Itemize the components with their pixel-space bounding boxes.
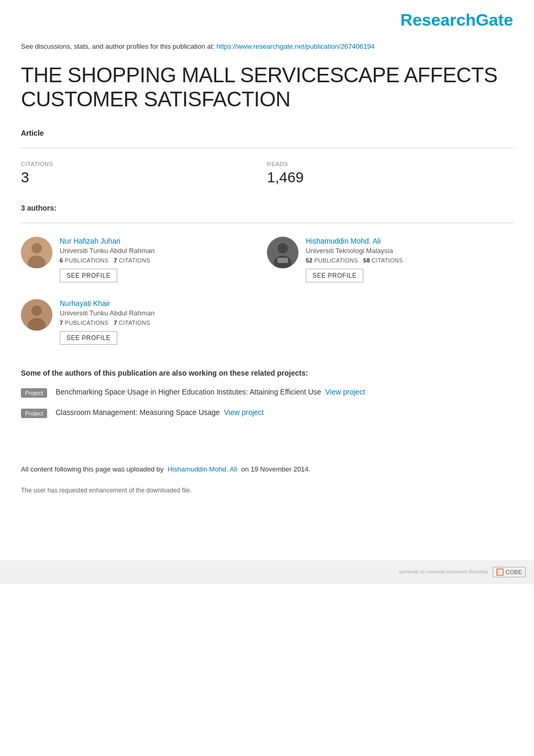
project-link-1[interactable]: View project (325, 388, 365, 396)
footer-section: All content following this page was uplo… (0, 434, 534, 484)
svg-rect-6 (277, 258, 288, 263)
author-avatar-3 (21, 299, 52, 331)
author-affiliation-1: Universiti Tunku Abdul Rahman (60, 247, 267, 255)
author-avatar-2 (267, 237, 298, 268)
see-profile-button-3[interactable]: SEE PROFILE (60, 331, 117, 345)
author-pubs-1: 6 (60, 257, 63, 264)
author-card-1: Nur Hafizah Juhari Universiti Tunku Abdu… (21, 228, 267, 291)
authors-section: 3 authors: Nur Hafizah Juhari Universiti… (0, 193, 534, 358)
see-profile-button-2[interactable]: SEE PROFILE (306, 269, 363, 282)
publication-link-line: See discussions, stats, and author profi… (0, 35, 534, 50)
author-cits-3: 7 (114, 320, 117, 326)
reads-stat: READS 1,469 (267, 161, 513, 186)
footer-uploader-link[interactable]: Hishamuddin Mohd. Ali (168, 465, 237, 473)
related-projects-title: Some of the authors of this publication … (21, 369, 513, 377)
project-text-2: Classroom Management: Measuring Space Us… (55, 408, 264, 417)
see-profile-button-1[interactable]: SEE PROFILE (60, 269, 117, 282)
publication-link-text: See discussions, stats, and author profi… (21, 42, 215, 50)
author-pubs-2: 52 (306, 257, 313, 264)
svg-point-1 (31, 243, 42, 254)
author-card-2: Hishamuddin Mohd. Ali Universiti Teknolo… (267, 228, 513, 291)
project-text-1: Benchmarking Space Usage in Higher Educa… (55, 388, 365, 396)
author-info-2: Hishamuddin Mohd. Ali Universiti Teknolo… (306, 237, 513, 282)
author-card-3: Nurhayati Khair Universiti Tunku Abdul R… (21, 291, 267, 353)
project-badge-1: Project (21, 388, 47, 398)
author-stats-1: 6 PUBLICATIONS 7 CITATIONS (60, 257, 267, 264)
main-title: THE SHOPPING MALL SERVICESCAPE AFFECTS C… (0, 50, 534, 116)
authors-grid: Nur Hafizah Juhari Universiti Tunku Abdu… (21, 228, 513, 353)
author-affiliation-2: Universiti Teknologi Malaysia (306, 247, 513, 255)
bottom-bar: Teknologi isenolasM itisrevinu yb deviec… (0, 560, 534, 584)
reads-label: READS (267, 161, 513, 167)
stats-row: CITATIONS 3 READS 1,469 (0, 154, 534, 193)
divider-authors (21, 223, 513, 223)
cobe-label: COBE (506, 569, 522, 575)
author-info-1: Nur Hafizah Juhari Universiti Tunku Abdu… (60, 237, 267, 282)
project-item-1: Project Benchmarking Space Usage in High… (21, 388, 513, 398)
reads-value: 1,469 (267, 169, 513, 186)
author-name-1[interactable]: Nur Hafizah Juhari (60, 237, 267, 245)
project-link-2[interactable]: View project (224, 408, 264, 417)
publication-url[interactable]: https://www.researchgate.net/publication… (217, 42, 375, 50)
svg-text:C: C (497, 571, 500, 574)
author-stats-3: 7 PUBLICATIONS 7 CITATIONS (60, 320, 267, 326)
authors-title: 3 authors: (21, 204, 513, 212)
author-affiliation-3: Universiti Tunku Abdul Rahman (60, 309, 267, 317)
author-stats-2: 52 PUBLICATIONS 58 CITATIONS (306, 257, 513, 264)
article-type: Article (0, 116, 534, 143)
watermark-text-2: Teknologi isenolasM itisrevinu yb deviec… (399, 569, 488, 575)
author-cits-1: 7 (114, 257, 117, 264)
project-description-1: Benchmarking Space Usage in Higher Educa… (55, 388, 321, 396)
author-cits-2: 58 (363, 257, 370, 264)
header: ResearchGate (0, 0, 534, 35)
project-description-2: Classroom Management: Measuring Space Us… (55, 408, 220, 417)
svg-point-4 (277, 243, 288, 254)
footer-note: The user has requested enhancement of th… (0, 484, 534, 497)
footer-date: on 19 November 2014. (241, 465, 310, 473)
cobe-icon: C (496, 568, 504, 576)
author-name-2[interactable]: Hishamuddin Mohd. Ali (306, 237, 513, 245)
project-item-2: Project Classroom Management: Measuring … (21, 408, 513, 418)
author-info-3: Nurhayati Khair Universiti Tunku Abdul R… (60, 299, 267, 345)
author-name-3[interactable]: Nurhayati Khair (60, 299, 267, 308)
divider-1 (21, 148, 513, 148)
cobe-badge: C COBE (493, 567, 526, 577)
citations-stat: CITATIONS 3 (21, 161, 267, 186)
author-pubs-3: 7 (60, 320, 63, 326)
author-avatar-1 (21, 237, 52, 268)
researchgate-logo: ResearchGate (400, 10, 513, 29)
citations-value: 3 (21, 169, 267, 186)
svg-point-8 (31, 305, 42, 316)
project-badge-2: Project (21, 409, 47, 418)
citations-label: CITATIONS (21, 161, 267, 167)
related-projects-section: Some of the authors of this publication … (0, 358, 534, 434)
footer-text: All content following this page was uplo… (21, 465, 163, 473)
